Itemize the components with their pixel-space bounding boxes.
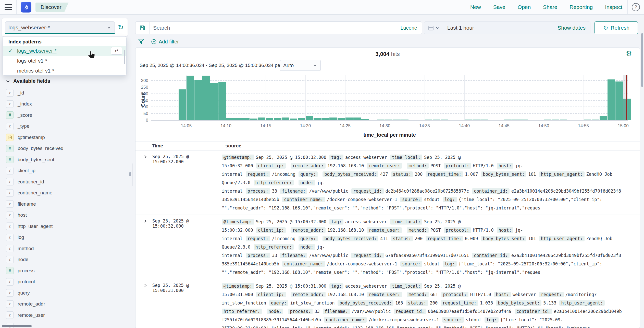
field-badge[interactable]: host:	[497, 227, 513, 233]
popover-scrollbar[interactable]	[124, 50, 125, 64]
field-badge[interactable]: node:	[299, 244, 315, 250]
field-item-_type[interactable]: t_type	[4, 121, 126, 132]
field-badge[interactable]: container_id:	[515, 309, 552, 314]
saved-query-icon[interactable]	[135, 22, 150, 34]
histogram-bar[interactable]	[512, 120, 519, 120]
field-badge[interactable]: tag:	[329, 283, 343, 289]
field-badge[interactable]: protocol:	[444, 227, 471, 233]
field-badge[interactable]: filename:	[323, 309, 350, 314]
field-item-query[interactable]: tquery	[4, 287, 126, 299]
field-badge[interactable]: http_user_agent:	[559, 300, 605, 306]
field-badge[interactable]: status:	[391, 236, 413, 241]
field-badge[interactable]: method:	[407, 292, 429, 297]
histogram-plot[interactable]: 05010015020025030014:0514:1014:1514:2014…	[151, 75, 628, 121]
histogram-bar[interactable]	[465, 120, 472, 120]
field-item-container_id[interactable]: tcontainer_id	[4, 176, 126, 188]
histogram-bar[interactable]	[187, 76, 194, 120]
available-fields-header[interactable]: Available fields	[6, 78, 50, 84]
histogram-bar[interactable]	[210, 83, 218, 120]
nav-reporting[interactable]: Reporting	[569, 4, 593, 10]
field-badge[interactable]: source:	[442, 317, 464, 323]
nav-new[interactable]: New	[470, 4, 481, 10]
field-badge[interactable]: http_user_agent:	[539, 236, 585, 241]
nav-share[interactable]: Share	[543, 4, 557, 10]
field-item-log[interactable]: tlog	[4, 232, 126, 243]
field-item-remote_user[interactable]: tremote_user	[4, 310, 126, 321]
field-item-http_user_agent[interactable]: thttp_user_agent	[4, 221, 126, 232]
histogram-bar[interactable]	[242, 118, 250, 120]
histogram-bar[interactable]	[592, 120, 599, 120]
field-badge[interactable]: @timestamp:	[222, 155, 254, 160]
field-item-_id[interactable]: t_id	[4, 87, 126, 99]
field-item-_index[interactable]: t_index	[4, 99, 126, 110]
field-badge[interactable]: @timestamp:	[222, 283, 254, 289]
calendar-button[interactable]	[424, 25, 443, 31]
histogram-bar[interactable]	[560, 120, 567, 120]
column-header-time[interactable]: Time	[152, 143, 163, 149]
index-pattern-option[interactable]: ✓logs_webserver-*↵	[3, 46, 126, 56]
histogram-bar[interactable]	[321, 118, 329, 120]
histogram-bar[interactable]	[314, 118, 321, 120]
field-badge[interactable]: client_ip:	[256, 292, 286, 297]
histogram-bar[interactable]	[385, 120, 392, 120]
field-badge[interactable]: query:	[299, 171, 318, 177]
sidebar-horizontal-scrollbar[interactable]	[2, 325, 32, 327]
field-badge[interactable]: request:	[539, 292, 564, 297]
field-badge[interactable]: body_bytes_received:	[323, 171, 378, 177]
histogram-bar[interactable]	[226, 118, 234, 120]
histogram-bar[interactable]	[202, 76, 210, 120]
sidebar-resize-notch[interactable]	[129, 172, 131, 176]
field-item-client_ip[interactable]: tclient_ip	[4, 165, 126, 177]
field-badge[interactable]: request_id:	[394, 309, 426, 314]
histogram-bar[interactable]	[504, 120, 512, 120]
histogram-bar[interactable]	[425, 120, 432, 120]
field-item-body_bytes_received[interactable]: #body_bytes_received	[4, 143, 126, 154]
help-icon[interactable]: ?	[632, 3, 640, 11]
field-badge[interactable]: log:	[443, 197, 457, 202]
field-badge[interactable]: time_local:	[390, 283, 423, 289]
histogram-bar[interactable]	[393, 120, 400, 120]
field-badge[interactable]: method:	[407, 227, 429, 233]
field-badge[interactable]: protocol:	[441, 292, 468, 297]
field-badge[interactable]: body_bytes_received:	[338, 300, 393, 306]
field-badge[interactable]: tag:	[329, 155, 343, 160]
field-item-method[interactable]: tmethod	[4, 243, 126, 254]
sidebar-resize-handle[interactable]	[132, 163, 132, 186]
histogram-bar[interactable]	[258, 118, 265, 120]
histogram-bar[interactable]	[306, 116, 313, 120]
field-badge[interactable]: http_referrer:	[254, 180, 294, 185]
histogram-bar[interactable]	[377, 120, 385, 120]
histogram-bar[interactable]	[290, 119, 297, 120]
field-badge[interactable]: request_time:	[426, 171, 463, 177]
nav-save[interactable]: Save	[493, 4, 505, 10]
field-badge[interactable]: request_time:	[426, 236, 463, 241]
field-badge[interactable]: request_id:	[351, 188, 384, 194]
histogram-bar[interactable]	[345, 118, 353, 120]
enter-key-icon[interactable]: ↵	[111, 47, 122, 55]
field-item-container_name[interactable]: tcontainer_name	[4, 188, 126, 199]
index-pattern-select[interactable]: logs_webserver-*	[5, 21, 115, 34]
expand-row-button[interactable]	[143, 282, 152, 328]
histogram-bar[interactable]	[480, 120, 488, 120]
field-badge[interactable]: remote_user:	[367, 227, 402, 233]
field-badge[interactable]: filename:	[280, 253, 307, 258]
filter-funnel-icon[interactable]	[138, 38, 144, 45]
gear-icon[interactable]: ⚙	[626, 50, 632, 57]
field-badge[interactable]: process:	[288, 309, 313, 314]
histogram-bar[interactable]	[298, 118, 305, 120]
show-dates-button[interactable]: Show dates	[558, 25, 590, 31]
histogram-bar[interactable]	[266, 118, 273, 120]
field-item-_score[interactable]: #_score	[4, 110, 126, 121]
field-badge[interactable]: time_local:	[390, 219, 423, 225]
field-badge[interactable]: host:	[494, 292, 511, 297]
histogram-bar[interactable]	[338, 118, 345, 120]
field-badge[interactable]: node:	[299, 180, 315, 185]
field-badge[interactable]: host:	[497, 163, 513, 169]
nav-inspect[interactable]: Inspect	[605, 4, 622, 10]
field-badge[interactable]: filename:	[280, 188, 307, 194]
field-badge[interactable]: container_name:	[282, 261, 325, 267]
field-item-host[interactable]: thost	[4, 210, 126, 221]
field-item-protocol[interactable]: tprotocol	[4, 276, 126, 288]
field-badge[interactable]: @timestamp:	[222, 219, 254, 225]
nav-open[interactable]: Open	[518, 4, 531, 10]
